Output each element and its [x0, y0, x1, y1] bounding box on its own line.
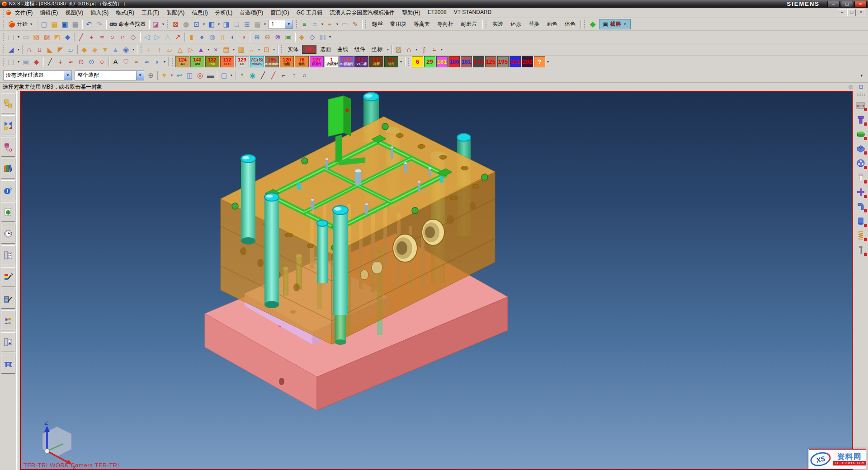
toolbar-grip[interactable] [584, 20, 586, 29]
revolved-section-icon[interactable]: ◗ [152, 56, 162, 67]
dropdown-arrow-icon[interactable]: ▾ [320, 22, 325, 26]
linear-dimension-icon[interactable]: ↔ [246, 44, 257, 55]
chamfer-icon[interactable]: ∪ [34, 44, 45, 55]
quick-button-6[interactable]: 6 [412, 56, 423, 67]
display-button-3[interactable]: 面色 [543, 19, 561, 29]
snap-midpoint-icon[interactable]: ╱ [268, 70, 278, 80]
dropdown-arrow-icon[interactable]: ▾ [414, 47, 419, 52]
box-feature-icon[interactable]: ▧ [31, 32, 42, 42]
part-navigator-tab[interactable] [1, 137, 15, 157]
standard-part-pull-rod[interactable] [854, 244, 867, 256]
copy-face-icon[interactable]: ▤ [221, 44, 231, 55]
offset-face-icon[interactable]: ▱ [66, 44, 76, 55]
sketch-point-icon[interactable]: + [55, 56, 66, 67]
ellipse-icon[interactable]: ○ [97, 56, 107, 67]
menu-item-window[interactable]: 窗口(O) [267, 8, 292, 18]
reuse-library-tab[interactable] [1, 159, 15, 179]
numbers-dropdown-icon[interactable]: ▾ [546, 60, 550, 64]
menubar-grip[interactable] [2, 8, 5, 17]
std-part-button-3[interactable]: 导向杆 [434, 19, 457, 29]
dropdown-arrow-icon[interactable]: ▾ [131, 47, 136, 52]
arc-tool-icon[interactable]: ∩ [118, 32, 128, 42]
extrude-icon[interactable]: ▮ [186, 32, 197, 42]
material-button-202[interactable]: 202冲床 [369, 56, 383, 67]
wedge-feature-icon[interactable]: ◩ [52, 32, 62, 42]
quick-button-125[interactable]: 125 [485, 56, 496, 67]
sphere-icon[interactable]: ● [197, 32, 207, 42]
layer-combo-arrow-icon[interactable]: ▼ [285, 20, 292, 28]
studio-spline-icon[interactable]: ∫ [419, 44, 429, 55]
snap-endpoint-icon[interactable]: ╱ [258, 70, 268, 80]
scope-filter-arrow-icon[interactable]: ▼ [136, 71, 144, 80]
text-tool-icon[interactable]: A [110, 56, 121, 67]
dropdown-arrow-icon[interactable]: ▾ [231, 47, 236, 52]
quick-button-?[interactable]: ? [534, 56, 545, 67]
menu-item-view[interactable]: 视图(V) [61, 8, 87, 18]
standard-part-locating-ring[interactable] [854, 157, 867, 169]
parts-bar-grip[interactable] [856, 93, 865, 96]
standard-part-cylinder[interactable] [854, 215, 867, 227]
dropdown-arrow-icon[interactable]: ▾ [16, 35, 21, 39]
move-component-icon[interactable]: ▥ [317, 32, 328, 42]
toolbar-grip[interactable] [140, 45, 142, 54]
toolbar-grip[interactable] [2, 33, 5, 42]
material-button-127[interactable]: 127标准件 [310, 56, 324, 67]
scope-button-组件[interactable]: 组件 [352, 45, 368, 54]
display-button-0[interactable]: 实透 [489, 19, 506, 29]
constraint-navigator-tab[interactable] [1, 115, 15, 135]
standard-part-angled-tube[interactable] [854, 200, 867, 212]
artistic-curve-icon[interactable]: ♡ [121, 56, 131, 67]
toolbar-grip[interactable] [167, 20, 169, 29]
redo-icon[interactable]: ↷ [94, 19, 104, 29]
scope-button-坐标[interactable]: 坐标 [369, 45, 385, 54]
toolbar-grip[interactable] [408, 57, 410, 66]
scope-dropdown-icon[interactable]: ▾ [386, 47, 390, 52]
split-body-icon[interactable]: ◑ [238, 32, 249, 42]
clip-section-icon[interactable]: ◍ [846, 83, 855, 91]
unite-icon[interactable]: ⊕ [252, 32, 262, 42]
roles-tab[interactable] [1, 310, 15, 330]
layer-combo[interactable]: 1 ▼ [269, 20, 293, 29]
snap-rotate-icon[interactable]: ◉ [247, 70, 258, 80]
edge-blend-icon[interactable]: ∩ [24, 44, 34, 55]
menu-item-help[interactable]: 帮助(H) [398, 8, 424, 18]
dropdown-arrow-icon[interactable]: ▾ [217, 22, 221, 26]
menu-item-assemblies[interactable]: 装配(A) [163, 8, 188, 18]
resize-face-icon[interactable]: ▷ [185, 44, 196, 55]
gear-pair-icon[interactable]: ⊕ [146, 70, 156, 80]
dropdown-arrow-icon[interactable]: ▾ [162, 60, 167, 64]
csys-jack-icon[interactable]: + [325, 19, 335, 29]
dropdown-arrow-icon[interactable]: ▾ [335, 22, 340, 26]
dropdown-arrow-icon[interactable]: ▾ [257, 47, 261, 52]
bridge-curve-icon[interactable]: ∩ [404, 44, 414, 55]
standard-part-key[interactable]: KEY [854, 99, 867, 111]
dropdown-arrow-icon[interactable]: ▾ [328, 35, 332, 39]
datum-axis-icon[interactable]: ↗ [173, 32, 183, 42]
static-wireframe-icon[interactable]: ⊞ [242, 19, 252, 29]
scene-builder-tab[interactable] [1, 289, 15, 309]
menu-item-vt-standard[interactable]: VT STANDARD [450, 8, 495, 18]
materials-dropdown-icon[interactable]: ▾ [399, 60, 403, 64]
material-button-199[interactable]: 199VT标准件 [340, 56, 354, 67]
scope-button-选面[interactable]: 选面 [317, 45, 334, 54]
replace-face-icon[interactable]: △ [175, 44, 185, 55]
face-analysis-view-icon[interactable]: ◨ [221, 19, 231, 29]
boss-icon[interactable]: ◆ [79, 44, 90, 55]
menu-item-format[interactable]: 格式(R) [112, 8, 138, 18]
sketch-circle-icon[interactable]: ⊙ [76, 56, 86, 67]
workbench-tab[interactable] [1, 354, 15, 374]
quick-button-211[interactable]: 211 [509, 56, 521, 67]
graphics-window[interactable]: Z X TFR-TRI WORK Camera TFR-TRI [20, 91, 853, 470]
capture-dropdown-icon[interactable]: ▾ [623, 22, 627, 26]
sketch-icon[interactable]: ◢ [6, 44, 16, 55]
annotate-icon[interactable]: ✎ [350, 19, 360, 29]
quick-button-173[interactable]: 173 [473, 56, 484, 67]
toolbar-grip[interactable] [281, 45, 283, 54]
display-button-4[interactable]: 体色 [561, 19, 579, 29]
toolbar-grip[interactable] [485, 20, 487, 29]
standard-part-ejector-pin[interactable] [854, 186, 867, 198]
intersect-icon[interactable]: ⊗ [273, 32, 283, 42]
sheet-icon[interactable]: ▢ [6, 32, 16, 42]
menu-item-tools[interactable]: 工具(T) [138, 8, 163, 18]
pan-hand-icon[interactable]: ▬ [205, 70, 216, 80]
